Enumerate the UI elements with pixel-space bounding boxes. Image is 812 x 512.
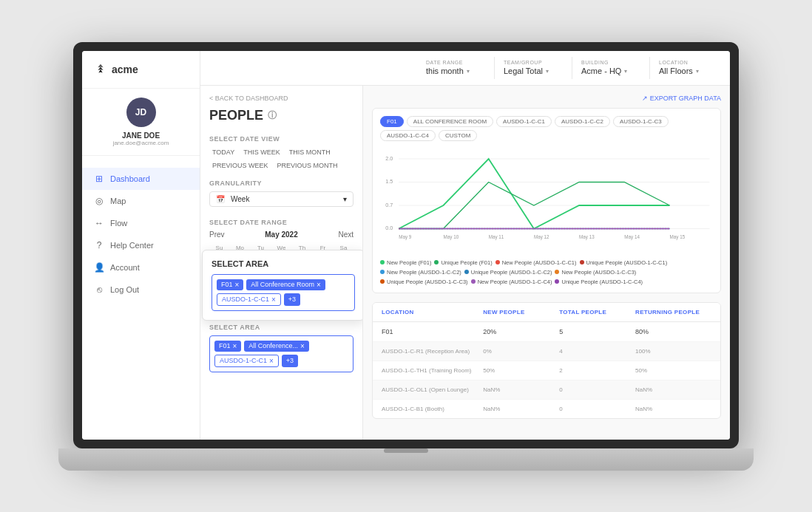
user-email: jane.doe@acme.com [113,140,169,146]
chart-tab-c1[interactable]: AUSDO-1-C-C1 [496,116,552,127]
info-icon: ⓘ [268,109,277,122]
chevron-down-icon: ▾ [546,68,549,75]
col-location: LOCATION [382,309,483,315]
data-table: LOCATION NEW PEOPLE TOTAL PEOPLE RETURNI… [372,302,721,419]
dropdown-tag-conf-room[interactable]: All Conference Room × [246,279,325,290]
cell-returning: 100% [635,348,711,355]
logo-icon [94,63,107,76]
dropdown-tag-ausdo[interactable]: AUSDO-1-C-C1 × [217,293,281,306]
user-name: JANE DOE [122,132,160,140]
nav-items: ⊞ Dashboard ◎ Map ↔ Flow ? [82,162,200,428]
dropdown-tag-f01[interactable]: F01 × [217,279,243,290]
sidebar-item-account[interactable]: 👤 Account [82,256,200,279]
logo-text: acme [112,64,138,75]
user-section: JD JANE DOE jane.doe@acme.com [82,88,200,156]
select-area-section: SELECT AREA F01 × All Conference... × [209,324,353,372]
date-range-filter[interactable]: DATE RANGE this month ▾ [426,60,485,75]
legend-dot [555,279,559,284]
area-tag-f01[interactable]: F01 × [214,341,241,352]
chart-tab-c2[interactable]: AUSDO-1-C-C2 [555,116,610,127]
date-view-prev-month[interactable]: PREVIOUS MONTH [274,160,341,171]
dropdown-tag-more[interactable]: +3 [284,293,300,306]
calendar-month: May 2022 [265,231,297,239]
legend-item: Unique People (AUSDO-1-C-C2) [464,269,552,276]
chart-tab-f01[interactable]: F01 [380,116,404,127]
remove-tag-icon[interactable]: × [300,342,305,350]
laptop-screen: acme JD JANE DOE jane.doe@acme.com ⊞ Das… [82,51,730,440]
building-filter[interactable]: BUILDING Acme - HQ ▾ [581,60,640,75]
export-link[interactable]: ↗ EXPORT GRAPH DATA [642,95,721,102]
chart-tab-all-conf[interactable]: ALL CONFERENCE ROOM [407,116,493,127]
sidebar-item-label: Flow [110,219,127,228]
cell-total-people: 0 [559,406,635,412]
sidebar-item-dashboard[interactable]: ⊞ Dashboard [82,168,200,190]
team-group-label: TEAM/GROUP [504,60,563,65]
cell-new-people: 0% [483,348,559,355]
sidebar-item-map[interactable]: ◎ Map [82,190,200,212]
dropdown-title: SELECT AREA [212,259,355,268]
legend-dot [380,270,385,274]
cell-returning: 80% [635,328,711,335]
sidebar-item-logout[interactable]: ⎋ Log Out [82,279,200,301]
remove-tag-icon[interactable]: × [269,357,274,365]
svg-text:May 14: May 14 [624,234,640,240]
building-value: Acme - HQ ▾ [581,66,640,75]
back-link[interactable]: < BACK TO DASHBOARD [209,95,353,102]
cell-total-people: 2 [559,367,635,374]
logout-icon: ⎋ [94,284,104,295]
date-view-prev-week[interactable]: PREVIOUS WEEK [209,160,271,171]
flow-icon: ↔ [94,218,104,228]
area-tag-more[interactable]: +3 [282,355,298,367]
cell-location: AUSDO-1-C-R1 (Reception Area) [382,348,483,355]
legend-dot [495,260,500,264]
chart-tab-c3[interactable]: AUSDO-1-C-C3 [613,116,669,127]
remove-tag-icon[interactable]: × [271,296,276,304]
chevron-down-icon: ▾ [467,68,470,75]
team-group-filter[interactable]: TEAM/GROUP Legal Total ▾ [504,60,563,75]
chart-tab-custom[interactable]: CUSTOM [439,130,478,141]
date-view-this-week[interactable]: THIS WEEK [240,147,283,157]
app-container: acme JD JANE DOE jane.doe@acme.com ⊞ Das… [82,51,730,440]
sidebar-item-label: Help Center [110,241,154,250]
chevron-down-icon: ▾ [343,195,347,203]
location-filter[interactable]: LOCATION All Floors ▾ [659,60,718,75]
svg-text:0.7: 0.7 [385,201,393,208]
svg-text:2.0: 2.0 [385,154,393,161]
date-range-label: DATE RANGE [426,60,485,65]
chevron-down-icon: ▾ [696,68,699,75]
col-total-people: TOTAL PEOPLE [559,309,635,315]
remove-tag-icon[interactable]: × [233,342,237,350]
calendar-prev-btn[interactable]: Prev [209,231,225,239]
date-view-label: SELECT DATE VIEW [209,135,353,143]
legend-dot [464,270,469,274]
chart-container: F01 ALL CONFERENCE ROOM AUSDO-1-C-C1 AUS… [372,108,721,293]
date-view-today[interactable]: TODAY [209,147,237,157]
remove-tag-icon[interactable]: × [317,281,321,289]
calendar-section-label: SELECT DATE RANGE [209,219,353,226]
date-view-this-month[interactable]: THIS MONTH [286,147,334,157]
svg-text:May 15: May 15 [670,234,686,240]
right-panel: ↗ EXPORT GRAPH DATA F01 ALL CONFERENCE R… [363,86,730,440]
svg-marker-2 [98,69,102,73]
calendar-next-btn[interactable]: Next [338,231,353,239]
remove-tag-icon[interactable]: × [235,281,240,289]
table-row: AUSDO-1-C-TH1 (Training Room) 50% 2 50% [373,361,720,380]
left-panel: < BACK TO DASHBOARD PEOPLE ⓘ SELECT DATE… [200,86,363,440]
table-header: LOCATION NEW PEOPLE TOTAL PEOPLE RETURNI… [373,303,720,322]
area-tag-conf-room[interactable]: All Conference... × [244,341,308,352]
granularity-select[interactable]: 📅 Week ▾ [209,191,353,207]
area-tag-ausdo[interactable]: AUSDO-1-C-C1 × [214,355,279,367]
legend-item: New People (AUSDO-1-C-C1) [495,259,577,266]
legend-item: New People (AUSDO-1-C-C4) [471,279,552,285]
chart-svg: 2.0 1.5 0.7 0.0 [380,147,713,250]
laptop: acme JD JANE DOE jane.doe@acme.com ⊞ Das… [73,42,739,471]
cell-new-people: NaN% [483,386,559,393]
sidebar-item-flow[interactable]: ↔ Flow [82,212,200,234]
cell-returning: 50% [635,367,711,374]
select-area-dropdown: SELECT AREA F01 × All Conference Room [202,250,363,321]
legend-dot [434,260,439,264]
legend-item: New People (AUSDO-1-C-C2) [380,269,461,276]
sidebar-item-help[interactable]: ? Help Center [82,234,200,256]
legend-item: Unique People (F01) [434,259,492,266]
chart-tab-c4[interactable]: AUSDO-1-C-C4 [380,130,436,141]
